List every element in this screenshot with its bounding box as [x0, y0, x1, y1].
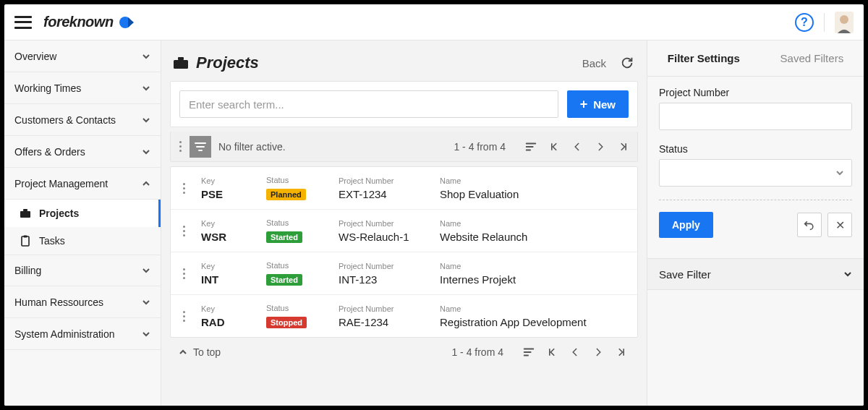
cell-project-number: INT-123 — [339, 273, 440, 286]
drag-handle-icon[interactable] — [176, 268, 191, 279]
back-link[interactable]: Back — [582, 57, 606, 69]
page-title: Projects — [173, 54, 259, 72]
sidebar-item-label: System Administration — [14, 328, 115, 340]
main: Overview Working Times Customers & Conta… — [4, 40, 864, 406]
col-label: Key — [201, 304, 266, 313]
briefcase-icon — [19, 207, 32, 220]
save-filter-label: Save Filter — [659, 268, 711, 281]
sort-icon[interactable] — [523, 139, 539, 155]
status-label: Status — [659, 143, 852, 155]
sidebar-item-overview[interactable]: Overview — [4, 40, 161, 72]
project-number-input[interactable] — [659, 103, 852, 130]
col-label: Status — [266, 218, 339, 227]
page-prev-icon[interactable] — [567, 344, 583, 360]
drag-handle-icon[interactable] — [176, 226, 191, 236]
col-label: Name — [440, 176, 631, 185]
status-badge: Started — [266, 274, 302, 286]
cell-key: INT — [201, 273, 266, 286]
page-title-text: Projects — [196, 54, 259, 72]
save-filter-toggle[interactable]: Save Filter — [647, 258, 864, 290]
cell-project-number: RAE-1234 — [339, 316, 440, 328]
chevron-down-icon — [142, 84, 150, 93]
filter-bar: No filter active. 1 - 4 from 4 — [170, 132, 638, 162]
page-last-icon[interactable] — [616, 139, 631, 155]
col-label: Name — [440, 262, 631, 270]
col-label: Project Number — [339, 219, 440, 228]
app-frame: foreknown ? Overview Working Times Custo… — [4, 4, 864, 406]
to-top-button[interactable]: To top — [179, 346, 221, 358]
svg-rect-4 — [23, 209, 27, 211]
reset-button[interactable] — [797, 213, 822, 237]
cell-name: Shop Evaluation — [440, 188, 631, 200]
col-label: Status — [266, 176, 339, 184]
search-input[interactable] — [179, 90, 558, 118]
page-prev-icon[interactable] — [569, 139, 585, 155]
col-label: Name — [440, 219, 631, 228]
chevron-down-icon — [142, 298, 150, 307]
page-first-icon[interactable] — [544, 344, 560, 360]
sidebar-item-project-management[interactable]: Project Management — [4, 168, 161, 200]
content: Projects Back + New — [161, 40, 647, 406]
bottom-bar: To top 1 - 4 from 4 — [170, 338, 638, 367]
tab-saved-filters[interactable]: Saved Filters — [780, 52, 844, 64]
page-last-icon[interactable] — [613, 344, 629, 360]
filter-toggle-button[interactable] — [190, 136, 211, 158]
clear-button[interactable]: ✕ — [827, 213, 852, 237]
table-row[interactable]: KeyWSR StatusStarted Project NumberWS-Re… — [171, 210, 637, 252]
chevron-down-icon — [835, 168, 844, 177]
svg-rect-3 — [20, 211, 30, 218]
briefcase-icon — [173, 56, 189, 69]
cell-name: Registration App Development — [440, 316, 631, 328]
close-icon: ✕ — [835, 218, 845, 232]
filter-status-text: No filter active. — [218, 141, 286, 153]
table-row[interactable]: KeyRAD StatusStopped Project NumberRAE-1… — [171, 295, 637, 337]
drag-handle-icon[interactable] — [176, 141, 184, 152]
reload-icon[interactable] — [619, 55, 635, 71]
cell-key: PSE — [201, 188, 266, 200]
drag-handle-icon[interactable] — [176, 311, 191, 322]
page-first-icon[interactable] — [546, 139, 562, 155]
sidebar-item-label: Offers & Orders — [14, 146, 85, 158]
sort-icon[interactable] — [521, 344, 537, 360]
col-label: Name — [440, 304, 631, 313]
new-button[interactable]: + New — [567, 90, 629, 118]
col-label: Project Number — [339, 176, 440, 185]
sidebar-item-projects[interactable]: Projects — [4, 200, 161, 227]
chevron-down-icon — [142, 330, 150, 338]
chevron-down-icon — [142, 52, 150, 61]
sidebar-item-billing[interactable]: Billing — [4, 255, 161, 286]
cell-project-number: WS-Relauch-1 — [339, 231, 440, 243]
filter-panel-body: Project Number Status Apply ✕ — [647, 77, 864, 258]
help-icon[interactable]: ? — [795, 13, 814, 32]
chevron-up-icon — [179, 348, 187, 356]
svg-point-2 — [840, 15, 848, 24]
status-select[interactable] — [659, 159, 852, 187]
sidebar-item-working-times[interactable]: Working Times — [4, 72, 161, 104]
sidebar-item-label: Working Times — [14, 82, 81, 94]
col-label: Key — [201, 262, 266, 270]
apply-button[interactable]: Apply — [659, 212, 713, 238]
sidebar-item-human-resources[interactable]: Human Ressources — [4, 286, 161, 318]
status-badge: Planned — [266, 189, 306, 200]
status-badge: Stopped — [266, 317, 307, 328]
search-card: + New — [170, 81, 638, 127]
page-header: Projects Back — [173, 54, 635, 72]
project-number-label: Project Number — [659, 87, 852, 98]
table-row[interactable]: KeyINT StatusStarted Project NumberINT-1… — [171, 252, 637, 295]
page-next-icon[interactable] — [592, 139, 608, 155]
filter-actions: Apply ✕ — [659, 212, 852, 238]
sidebar-item-system-administration[interactable]: System Administration — [4, 318, 161, 350]
to-top-label: To top — [193, 346, 221, 358]
tab-filter-settings[interactable]: Filter Settings — [668, 52, 740, 64]
content-wrap: Projects Back + New — [161, 40, 864, 406]
sidebar-item-offers-orders[interactable]: Offers & Orders — [4, 136, 161, 168]
drag-handle-icon[interactable] — [176, 183, 191, 194]
user-avatar[interactable] — [835, 12, 854, 33]
menu-icon[interactable] — [14, 16, 32, 29]
page-next-icon[interactable] — [590, 344, 606, 360]
sidebar-item-tasks[interactable]: Tasks — [4, 227, 161, 255]
sidebar-item-customers-contacts[interactable]: Customers & Contacts — [4, 104, 161, 136]
table-row[interactable]: KeyPSE StatusPlanned Project NumberEXT-1… — [171, 167, 637, 210]
col-label: Project Number — [339, 262, 440, 270]
svg-rect-7 — [174, 60, 188, 69]
